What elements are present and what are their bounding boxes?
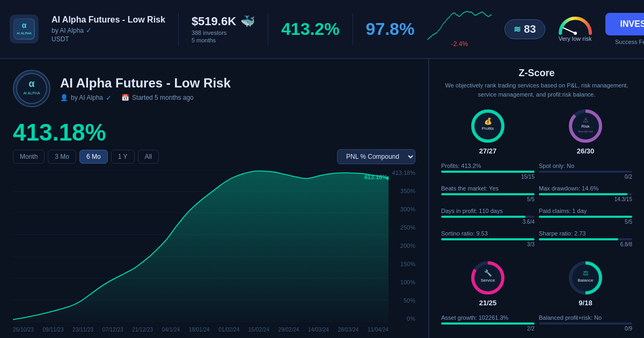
time-btn-all[interactable]: All [138, 150, 159, 164]
header-currency: USDT [52, 35, 165, 43]
risk-score: 26/30 [564, 147, 607, 155]
header: α AI ALPHA AI Alpha Futures - Low Risk b… [0, 0, 644, 59]
pnl-select[interactable]: PNL % Compound [337, 149, 415, 164]
service-score: 21/25 [466, 299, 509, 307]
chart-controls: Month 3 Mo 6 Mo 1 Y All PNL % Compound [13, 149, 415, 164]
lp-title-block: AI Alpha Futures - Low Risk 👤 by AI Alph… [60, 76, 231, 102]
header-sub: by AI Alpha ✓ [52, 26, 165, 34]
header-duration: 5 months [192, 37, 255, 43]
invest-button[interactable]: INVEST [605, 13, 644, 35]
svg-text:⚠: ⚠ [583, 116, 589, 124]
x-label-7: 18/01/24 [189, 327, 210, 333]
y-label-0: 0% [407, 315, 415, 322]
header-assets-main: $519.6K 🐳 [192, 14, 255, 28]
stats-grid-2: Asset growth: 102261.3% 2/2 Assets: $519… [439, 314, 634, 338]
main-body: α AI ALPHA AI Alpha Futures - Low Risk 👤… [0, 59, 644, 338]
profits-ring: 💰 Profits [468, 106, 508, 146]
risk-ring: ⚠ Risk Very low risk [566, 106, 605, 146]
header-assets-value: $519.6K [192, 14, 236, 28]
svg-text:Profits: Profits [482, 126, 494, 131]
rp-subtitle: We objectively rank trading services bas… [439, 81, 634, 99]
x-label-9: 15/02/24 [248, 327, 269, 333]
risk-label: Very low risk [558, 35, 592, 42]
score-circles-bottom: 🔧 Service 21/25 ⚖ Balance [439, 258, 634, 307]
x-label-11: 14/03/24 [308, 327, 329, 333]
header-logo: α AI ALPHA [10, 14, 39, 43]
y-label-50: 50% [404, 297, 415, 304]
chart-area: 413.18% 350% 300% 250% 200% 150% 100% 50… [13, 170, 415, 333]
header-delta: -2.4% [451, 40, 468, 48]
y-label-150: 150% [400, 261, 415, 267]
balance-circle-block: ⚖ Balance 9/18 [564, 258, 607, 307]
verified-icon: ✓ [86, 26, 92, 34]
rp-title: Z-Score [439, 68, 634, 79]
balance-ring: ⚖ Balance [566, 258, 605, 298]
svg-text:🔧: 🔧 [484, 269, 492, 277]
svg-text:α: α [22, 21, 27, 30]
lp-started: 📅 Started 5 months ago [121, 94, 194, 102]
service-ring: 🔧 Service [468, 258, 508, 298]
time-btn-1y[interactable]: 1 Y [111, 150, 135, 164]
risk-circle-block: ⚠ Risk Very low risk 26/30 [564, 106, 607, 155]
time-btn-3mo[interactable]: 3 Mo [48, 150, 76, 164]
x-label-3: 23/11/23 [72, 327, 93, 333]
time-btn-month[interactable]: Month [13, 150, 45, 164]
success-fee-label: Success Fee: 25% [615, 39, 644, 45]
time-btn-6mo[interactable]: 6 Mo [79, 150, 108, 164]
lp-title: AI Alpha Futures - Low Risk [60, 76, 231, 91]
header-investors: 388 investors [192, 30, 255, 36]
svg-line-3 [564, 28, 575, 33]
lp-by-label: 👤 by AI Alpha ✓ [60, 94, 112, 102]
calendar-icon: 📅 [121, 94, 129, 101]
score-circles-top: 💰 Profits 27/27 ⚠ Risk Very low risk [439, 106, 634, 155]
y-label-250: 250% [400, 224, 415, 231]
right-panel: Z-Score We objectively rank trading serv… [429, 59, 644, 338]
whale-icon: 🐳 [240, 14, 255, 28]
stat-spot-only: Spot only: No 0/2 [539, 163, 632, 180]
user-icon: 👤 [60, 94, 68, 101]
svg-text:α: α [28, 78, 34, 89]
lp-verified-icon: ✓ [106, 94, 112, 102]
divider-1 [178, 13, 179, 45]
stat-sharpe: Sharpe ratio: 2.73 6.8/8 [539, 230, 632, 247]
x-label-5: 21/12/23 [132, 327, 153, 333]
y-label-top: 413.18% [392, 170, 415, 176]
x-label-13: 11/04/24 [368, 327, 389, 333]
svg-text:AI ALPHA: AI ALPHA [17, 32, 32, 35]
stat-sortino: Sortino ratio: 9.53 3/3 [441, 230, 535, 247]
lp-big-pct: 413.18% [13, 119, 415, 146]
stat-asset-growth: Asset growth: 102261.3% 2/2 [441, 314, 535, 332]
y-label-200: 200% [400, 243, 415, 249]
left-panel: α AI ALPHA AI Alpha Futures - Low Risk 👤… [0, 59, 429, 338]
zscore-badge: ≋ 83 [504, 19, 545, 39]
x-label-4: 07/12/23 [103, 327, 123, 333]
chart-pct-label: 413.18% [364, 174, 387, 180]
y-label-350: 350% [400, 188, 415, 194]
x-label-10: 29/02/24 [278, 327, 299, 333]
y-label-100: 100% [400, 279, 415, 285]
svg-text:Risk: Risk [581, 124, 590, 129]
lp-meta: 👤 by AI Alpha ✓ 📅 Started 5 months ago [60, 94, 231, 102]
stat-profits: Profits: 413.2% 15/15 [441, 163, 535, 180]
balance-score: 9/18 [564, 299, 607, 307]
x-label-1: 26/10/23 [13, 327, 34, 333]
divider-3 [353, 13, 353, 45]
x-label-8: 01/02/24 [218, 327, 239, 333]
profits-circle-block: 💰 Profits 27/27 [466, 106, 509, 155]
profits-score: 27/27 [466, 147, 509, 155]
stat-max-drawdown: Max drawdown: 14.6% 14.3/15 [539, 185, 632, 202]
risk-block: Very low risk [558, 16, 592, 42]
zscore-num: 83 [524, 23, 536, 35]
lp-logo: α AI ALPHA [13, 70, 50, 107]
risk-gauge [558, 16, 592, 33]
x-label-2: 09/11/23 [43, 327, 64, 333]
lp-header: α AI ALPHA AI Alpha Futures - Low Risk 👤… [13, 70, 415, 107]
header-by-label: by AI Alpha [52, 27, 84, 34]
zscore-z-icon: ≋ [514, 24, 521, 34]
logo-inner: α AI ALPHA [13, 18, 35, 40]
header-mini-chart: -2.4% [427, 10, 492, 48]
stat-col-left-2: Asset growth: 102261.3% 2/2 Assets: $519… [439, 314, 537, 338]
svg-text:⚖: ⚖ [583, 269, 589, 277]
x-label-6: 04/1/24 [162, 327, 180, 333]
stat-col-right-1: Spot only: No 0/2 Max drawdown: 14.6% 14… [537, 163, 634, 253]
